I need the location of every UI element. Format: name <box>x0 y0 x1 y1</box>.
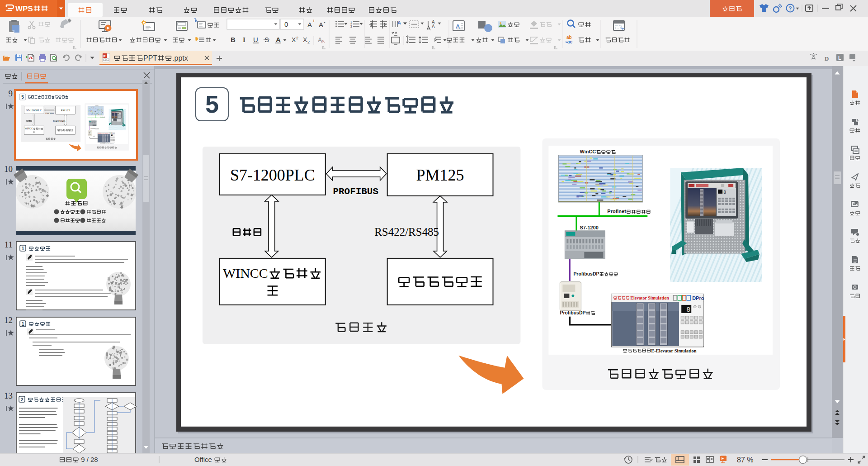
svg-text:8: 8 <box>686 306 690 314</box>
svg-text:RS422/RS485: RS422/RS485 <box>53 120 65 122</box>
svg-text:WINCC: WINCC <box>223 266 268 281</box>
svg-text:RS422/RS485: RS422/RS485 <box>374 226 439 238</box>
svg-text:8: 8 <box>723 190 726 195</box>
svg-text:Elevator Simulation: Elevator Simulation <box>630 295 669 300</box>
svg-text:2: 2 <box>307 40 310 44</box>
svg-text:13: 13 <box>4 391 13 400</box>
svg-text:1: 1 <box>21 246 24 251</box>
svg-text:9 / 28: 9 / 28 <box>81 456 98 463</box>
svg-text:87 %: 87 % <box>737 456 753 464</box>
svg-text:WPS: WPS <box>15 5 33 13</box>
svg-text:X: X <box>292 36 296 43</box>
svg-text:5: 5 <box>205 90 219 118</box>
svg-text:U: U <box>253 36 258 43</box>
svg-text:S7-1200PLC: S7-1200PLC <box>26 109 42 112</box>
svg-text:Profinet: Profinet <box>607 209 626 214</box>
svg-text:L: L <box>838 55 841 61</box>
svg-text:2: 2 <box>296 36 298 40</box>
svg-text:10: 10 <box>4 164 13 174</box>
svg-text:S7-1200PLC: S7-1200PLC <box>230 166 315 184</box>
svg-text:A: A <box>307 21 312 29</box>
svg-text:PM125: PM125 <box>416 166 464 184</box>
svg-text:E-Elevator Simulation: E-Elevator Simulation <box>105 143 114 143</box>
svg-text:I: I <box>243 36 245 43</box>
svg-text:E-Elevator Simulation: E-Elevator Simulation <box>651 348 696 353</box>
svg-text:A: A <box>432 24 435 29</box>
svg-text:Elevator Simulation: Elevator Simulation <box>101 133 108 133</box>
svg-text:X: X <box>303 36 307 43</box>
svg-text:12: 12 <box>4 315 13 325</box>
svg-text:PROFIBUS: PROFIBUS <box>333 186 378 197</box>
svg-text:A: A <box>319 21 323 29</box>
svg-text:ProfibusDP: ProfibusDP <box>560 310 585 315</box>
svg-text:A: A <box>397 20 401 25</box>
svg-text:ac: ac <box>567 39 573 44</box>
svg-text:D: D <box>825 55 829 62</box>
svg-text:WinCC: WinCC <box>92 105 95 106</box>
svg-text:DPro: DPro <box>113 133 116 133</box>
svg-text:DPro: DPro <box>692 295 704 301</box>
svg-text:ProfibusDP: ProfibusDP <box>88 135 93 136</box>
svg-text:S7-1200: S7-1200 <box>92 119 96 120</box>
svg-text:-: - <box>324 19 326 24</box>
svg-text:.pptx: .pptx <box>172 54 188 62</box>
svg-text:2: 2 <box>20 397 23 402</box>
svg-text:WinCC: WinCC <box>580 149 596 154</box>
svg-text:3: 3 <box>350 25 352 28</box>
svg-text:?: ? <box>788 5 792 12</box>
svg-text:PPT: PPT <box>143 54 157 62</box>
svg-text:Profinet: Profinet <box>97 116 100 117</box>
svg-text:WINCC: WINCC <box>24 127 33 130</box>
svg-text:S7-1200: S7-1200 <box>580 225 599 230</box>
svg-text:PROFIBUS: PROFIBUS <box>45 112 54 114</box>
svg-text:B: B <box>231 36 236 43</box>
svg-text:Office: Office <box>194 456 212 463</box>
svg-text:0: 0 <box>284 20 288 28</box>
svg-text:11: 11 <box>5 240 13 249</box>
svg-text:5: 5 <box>21 95 24 100</box>
svg-text:ProfibusDP: ProfibusDP <box>90 128 95 129</box>
svg-text:PM125: PM125 <box>61 109 71 112</box>
svg-text:ProfibusDP: ProfibusDP <box>573 271 599 276</box>
svg-text:P: P <box>104 54 106 58</box>
svg-text:8: 8 <box>119 113 119 114</box>
svg-text:+: + <box>312 19 315 24</box>
svg-text:9: 9 <box>9 89 13 98</box>
svg-text:1: 1 <box>21 321 24 327</box>
svg-text:A: A <box>276 36 281 43</box>
